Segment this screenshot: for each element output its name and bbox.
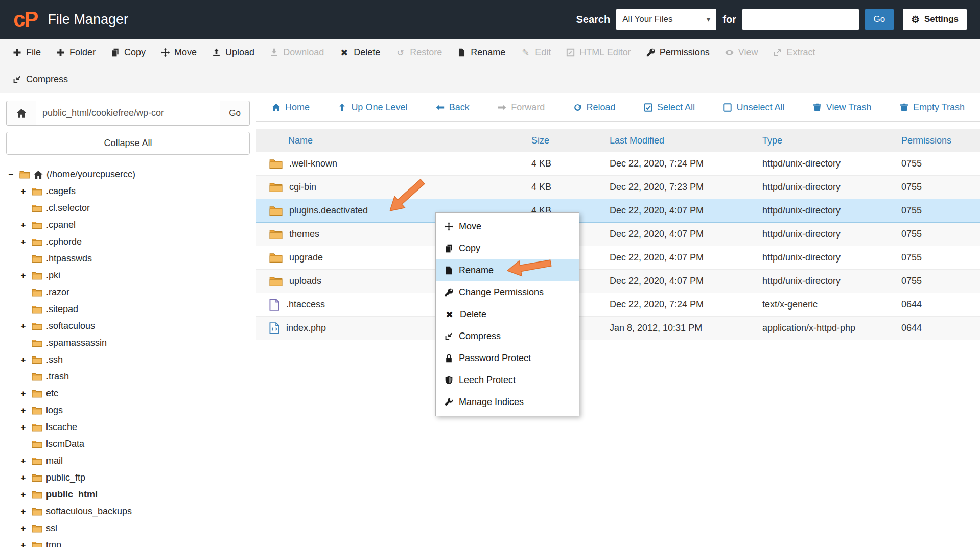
context-menu-move[interactable]: Move [436, 216, 579, 237]
path-home-button[interactable] [6, 101, 36, 126]
nav-empty-trash-button[interactable]: Empty Trash [900, 102, 965, 113]
expand-expander[interactable]: + [18, 422, 28, 433]
tree-item-logs[interactable]: +logs [18, 402, 250, 419]
expand-expander[interactable]: + [18, 389, 28, 399]
toolbar-upload-button[interactable]: Upload [204, 39, 262, 66]
tree-item-ssh[interactable]: +.ssh [18, 351, 250, 368]
path-go-button[interactable]: Go [220, 101, 250, 126]
toolbar-permissions-button[interactable]: Permissions [639, 39, 717, 66]
nav-back-button[interactable]: Back [436, 102, 470, 113]
context-menu-delete[interactable]: ✖Delete [436, 303, 579, 325]
tree-item-cpanel[interactable]: +.cpanel [18, 217, 250, 233]
tree-item-mail[interactable]: +mail [18, 453, 250, 469]
settings-button[interactable]: ⚙ Settings [903, 9, 967, 30]
toolbar-compress-button[interactable]: Compress [5, 66, 76, 93]
search-go-button[interactable]: Go [865, 9, 894, 30]
table-row[interactable]: themes Dec 22, 2020, 4:07 PM httpd/unix-… [256, 223, 980, 246]
search-scope-select[interactable]: All Your Files ▾ [616, 9, 716, 30]
tree-label: .htpasswds [46, 253, 92, 264]
tree-item-cagefs[interactable]: +.cagefs [18, 183, 250, 200]
collapse-expander[interactable]: − [6, 170, 16, 180]
nav-unselect-all-button[interactable]: Unselect All [723, 102, 784, 113]
tree-item-razor[interactable]: .razor [18, 284, 250, 301]
context-menu-rename[interactable]: Rename [436, 259, 579, 281]
expand-expander[interactable]: + [18, 355, 28, 365]
expand-expander[interactable]: + [18, 524, 28, 534]
tree-item-lscache[interactable]: +lscache [18, 419, 250, 436]
toolbar-label: Delete [354, 47, 380, 58]
table-row-selected[interactable]: plugins.deactivated 4 KB Dec 22, 2020, 4… [256, 199, 980, 223]
tree-item-sitepad[interactable]: .sitepad [18, 301, 250, 318]
tree-item-cphorde[interactable]: +.cphorde [18, 233, 250, 250]
tree-item-public-html[interactable]: +public_html [18, 486, 250, 503]
column-header-name[interactable]: Name [256, 129, 531, 152]
tree-item-public-ftp[interactable]: +public_ftp [18, 469, 250, 486]
tree-item-ssl[interactable]: +ssl [18, 520, 250, 537]
toolbar-move-button[interactable]: Move [153, 39, 204, 66]
column-header-size[interactable]: Size [531, 129, 610, 152]
expand-expander[interactable]: + [18, 540, 28, 547]
expand-expander[interactable]: + [18, 186, 28, 197]
column-header-permissions[interactable]: Permissions [901, 129, 980, 152]
collapse-all-button[interactable]: Collapse All [6, 132, 250, 155]
toolbar-folder-button[interactable]: Folder [49, 39, 103, 66]
toolbar-label: Rename [471, 47, 505, 58]
tree-item-root[interactable]: − (/home/yourcpusercc) [6, 166, 250, 183]
context-menu-compress[interactable]: Compress [436, 325, 579, 347]
expand-expander[interactable]: + [18, 456, 28, 466]
folder-icon [269, 182, 283, 193]
directory-tree: − (/home/yourcpusercc) +.cagefs .cl.sele… [6, 166, 250, 547]
expand-expander[interactable]: + [18, 220, 28, 230]
expand-expander[interactable]: + [18, 237, 28, 247]
expand-expander[interactable]: + [18, 490, 28, 500]
toolbar-file-button[interactable]: File [5, 39, 49, 66]
context-menu-change-permissions[interactable]: Change Permissions [436, 281, 579, 303]
tree-item-trash[interactable]: .trash [18, 368, 250, 385]
main-toolbar: File Folder Copy Move Upload Download ✖D… [0, 39, 980, 93]
tree-item-cl-selector[interactable]: .cl.selector [18, 200, 250, 217]
file-permissions: 0755 [901, 246, 980, 270]
file-name: index.php [286, 323, 326, 334]
tree-item-softaculous-backups[interactable]: +softaculous_backups [18, 503, 250, 520]
tree-item-htpasswds[interactable]: .htpasswds [18, 250, 250, 267]
tree-item-spamassassin[interactable]: .spamassassin [18, 335, 250, 351]
tree-item-pki[interactable]: +.pki [18, 267, 250, 284]
toolbar-edit-button: ✎Edit [513, 39, 558, 66]
search-input[interactable] [742, 9, 859, 30]
nav-label: Back [449, 102, 470, 113]
toolbar-rename-button[interactable]: Rename [450, 39, 513, 66]
nav-home-button[interactable]: Home [272, 102, 310, 113]
context-menu-copy[interactable]: Copy [436, 237, 579, 259]
tree-item-tmp[interactable]: +tmp [18, 537, 250, 547]
tree-label: .trash [46, 371, 69, 382]
expand-expander[interactable]: + [18, 473, 28, 483]
context-menu-password-protect[interactable]: Password Protect [436, 347, 579, 369]
column-header-last-modified[interactable]: Last Modified [610, 129, 762, 152]
nav-up-one-level-button[interactable]: Up One Level [338, 102, 407, 113]
toolbar-delete-button[interactable]: ✖Delete [332, 39, 388, 66]
column-header-type[interactable]: Type [762, 129, 901, 152]
toolbar-copy-button[interactable]: Copy [103, 39, 153, 66]
table-row[interactable]: index.php Jan 8, 2012, 10:31 PM applicat… [256, 317, 980, 340]
nav-label: Empty Trash [913, 102, 965, 113]
table-row[interactable]: .htaccess Dec 22, 2020, 7:24 PM text/x-g… [256, 293, 980, 317]
table-row[interactable]: .well-known 4 KB Dec 22, 2020, 7:24 PM h… [256, 152, 980, 176]
context-menu-leech-protect[interactable]: Leech Protect [436, 369, 579, 391]
expand-expander[interactable]: + [18, 271, 28, 281]
table-row[interactable]: upgrade Dec 22, 2020, 4:07 PM httpd/unix… [256, 246, 980, 270]
file-icon [445, 266, 453, 275]
tree-item-etc[interactable]: +etc [18, 385, 250, 402]
expand-expander[interactable]: + [18, 507, 28, 517]
table-row[interactable]: uploads Dec 22, 2020, 4:07 PM httpd/unix… [256, 270, 980, 293]
expand-expander[interactable]: + [18, 321, 28, 331]
context-menu-manage-indices[interactable]: Manage Indices [436, 391, 579, 413]
toolbar-label: Restore [410, 47, 442, 58]
table-row[interactable]: cgi-bin 4 KB Dec 22, 2020, 7:23 PM httpd… [256, 176, 980, 199]
expand-expander[interactable]: + [18, 406, 28, 416]
nav-view-trash-button[interactable]: View Trash [813, 102, 872, 113]
nav-select-all-button[interactable]: Select All [644, 102, 695, 113]
path-input[interactable] [36, 101, 220, 126]
tree-item-lscmdata[interactable]: lscmData [18, 436, 250, 453]
nav-reload-button[interactable]: Reload [573, 102, 616, 113]
tree-item-softaculous[interactable]: +.softaculous [18, 318, 250, 335]
